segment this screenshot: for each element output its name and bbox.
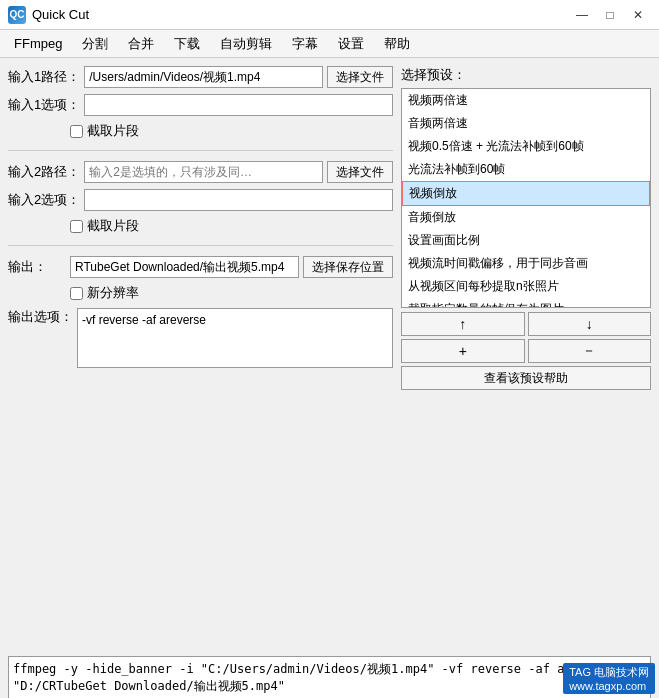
preset-item[interactable]: 截取指定数量的帧保存为图片 <box>402 298 650 308</box>
preset-addremove-row: + － <box>401 339 651 363</box>
preset-help-button[interactable]: 查看该预设帮助 <box>401 366 651 390</box>
input2-clip-label: 截取片段 <box>87 217 139 235</box>
input1-browse-button[interactable]: 选择文件 <box>327 66 393 88</box>
watermark: TAG 电脑技术网www.tagxp.com <box>563 663 655 694</box>
preset-add-button[interactable]: + <box>401 339 525 363</box>
preset-item[interactable]: 音频倒放 <box>402 206 650 229</box>
input1-path-label: 输入1路径： <box>8 68 80 86</box>
right-panel: 选择预设： 视频两倍速音频两倍速视频0.5倍速 + 光流法补帧到60帧光流法补帧… <box>401 66 651 648</box>
command-area: ffmpeg -y -hide_banner -i "C:/Users/admi… <box>8 656 651 698</box>
input1-path-input[interactable] <box>84 66 323 88</box>
app-title: Quick Cut <box>32 7 89 22</box>
input1-path-row: 输入1路径： 选择文件 <box>8 66 393 88</box>
new-resolution-checkbox[interactable] <box>70 287 83 300</box>
input2-browse-button[interactable]: 选择文件 <box>327 161 393 183</box>
input2-clip-row: 截取片段 <box>70 217 393 235</box>
preset-item[interactable]: 视频流时间戳偏移，用于同步音画 <box>402 252 650 275</box>
watermark-text: TAG 电脑技术网www.tagxp.com <box>569 666 649 692</box>
preset-label: 选择预设： <box>401 66 651 84</box>
preset-item[interactable]: 视频两倍速 <box>402 89 650 112</box>
preset-item[interactable]: 音频两倍速 <box>402 112 650 135</box>
menu-item-自动剪辑[interactable]: 自动剪辑 <box>210 31 282 57</box>
input1-options-label: 输入1选项： <box>8 96 80 114</box>
menu-item-下载[interactable]: 下载 <box>164 31 210 57</box>
input1-options-input[interactable] <box>84 94 393 116</box>
menu-item-合并[interactable]: 合并 <box>118 31 164 57</box>
close-button[interactable]: ✕ <box>625 5 651 25</box>
maximize-button[interactable]: □ <box>597 5 623 25</box>
output-path-input[interactable] <box>70 256 299 278</box>
title-bar: QC Quick Cut — □ ✕ <box>0 0 659 30</box>
input2-clip-checkbox[interactable] <box>70 220 83 233</box>
minimize-button[interactable]: — <box>569 5 595 25</box>
main-content: 输入1路径： 选择文件 输入1选项： 截取片段 输入2路径： 选择文件 输入2选… <box>0 58 659 656</box>
output-options-label: 输出选项： <box>8 308 73 326</box>
menu-bar: FFmpeg分割合并下载自动剪辑字幕设置帮助 <box>0 30 659 58</box>
preset-down-button[interactable]: ↓ <box>528 312 652 336</box>
menu-item-帮助[interactable]: 帮助 <box>374 31 420 57</box>
app-icon: QC <box>8 6 26 24</box>
input2-options-input[interactable] <box>84 189 393 211</box>
input1-options-row: 输入1选项： <box>8 94 393 116</box>
preset-updown-row: ↑ ↓ <box>401 312 651 336</box>
command-text: ffmpeg -y -hide_banner -i "C:/Users/admi… <box>13 662 615 693</box>
input1-clip-row: 截取片段 <box>70 122 393 140</box>
preset-remove-button[interactable]: － <box>528 339 652 363</box>
input1-clip-checkbox[interactable] <box>70 125 83 138</box>
preset-item[interactable]: 视频倒放 <box>402 181 650 206</box>
menu-item-字幕[interactable]: 字幕 <box>282 31 328 57</box>
input2-path-row: 输入2路径： 选择文件 <box>8 161 393 183</box>
new-resolution-label: 新分辨率 <box>87 284 139 302</box>
preset-item[interactable]: 设置画面比例 <box>402 229 650 252</box>
menu-item-设置[interactable]: 设置 <box>328 31 374 57</box>
divider2 <box>8 245 393 246</box>
left-panel: 输入1路径： 选择文件 输入1选项： 截取片段 输入2路径： 选择文件 输入2选… <box>8 66 393 648</box>
output-browse-button[interactable]: 选择保存位置 <box>303 256 393 278</box>
output-path-row: 输出： 选择保存位置 <box>8 256 393 278</box>
input1-clip-label: 截取片段 <box>87 122 139 140</box>
input2-path-label: 输入2路径： <box>8 163 80 181</box>
preset-item[interactable]: 光流法补帧到60帧 <box>402 158 650 181</box>
preset-list[interactable]: 视频两倍速音频两倍速视频0.5倍速 + 光流法补帧到60帧光流法补帧到60帧视频… <box>401 88 651 308</box>
output-options-area: -vf reverse -af areverse <box>77 308 393 368</box>
new-resolution-row: 新分辨率 <box>70 284 393 302</box>
preset-item[interactable]: 视频0.5倍速 + 光流法补帧到60帧 <box>402 135 650 158</box>
menu-item-分割[interactable]: 分割 <box>72 31 118 57</box>
input2-options-row: 输入2选项： <box>8 189 393 211</box>
input2-options-label: 输入2选项： <box>8 191 80 209</box>
output-options-row: 输出选项： -vf reverse -af areverse <box>8 308 393 368</box>
preset-controls: ↑ ↓ + － 查看该预设帮助 <box>401 312 651 390</box>
menu-item-FFmpeg[interactable]: FFmpeg <box>4 32 72 55</box>
preset-up-button[interactable]: ↑ <box>401 312 525 336</box>
preset-item[interactable]: 从视频区间每秒提取n张照片 <box>402 275 650 298</box>
title-bar-left: QC Quick Cut <box>8 6 89 24</box>
output-path-label: 输出： <box>8 258 66 276</box>
divider1 <box>8 150 393 151</box>
output-options-value: -vf reverse -af areverse <box>82 313 206 327</box>
title-bar-controls: — □ ✕ <box>569 5 651 25</box>
input2-path-input[interactable] <box>84 161 323 183</box>
